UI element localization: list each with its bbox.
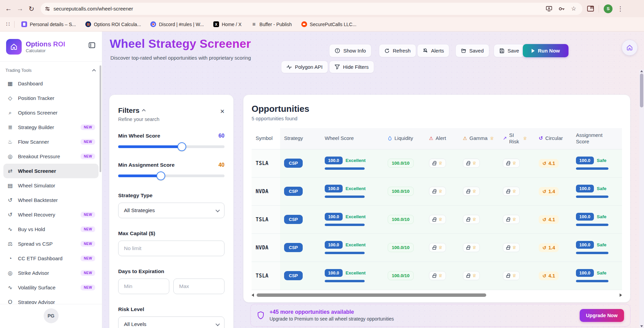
polygon-api-button[interactable]: Polygon API <box>281 61 328 73</box>
opportunities-title: Opportunities <box>252 104 622 114</box>
scroll-up-icon[interactable] <box>640 70 643 72</box>
sidebar-item-flow-scanner[interactable]: ♨ Flow Scanner NEW <box>3 135 99 149</box>
scrollbar-thumb[interactable] <box>640 74 643 107</box>
table-row[interactable]: TSLA CSP 100.0 Excellent 100.0/10 ♕ ♕ ♕ … <box>252 149 622 178</box>
si-risk-locked-pill[interactable]: ♕ <box>503 159 520 168</box>
bookmark-secureputcalls-llc[interactable]: SecurePutCalls LLC... <box>298 20 360 28</box>
sidebar-item-wheel-simulator[interactable]: ▤ Wheel Simulator <box>3 178 99 193</box>
alert-locked-pill[interactable]: ♕ <box>429 243 446 252</box>
side-panel-icon[interactable] <box>587 6 594 12</box>
apps-grid-icon[interactable]: ∷ <box>3 21 13 28</box>
sidebar-item-options-screener[interactable]: ⌕ Options Screener <box>3 105 99 120</box>
wheel-score-label: Excellent <box>346 186 366 191</box>
column-header-symbol[interactable]: Symbol <box>252 128 280 149</box>
column-header-assignment-score[interactable]: Assignment Score <box>572 128 623 149</box>
reload-button[interactable]: ↻ <box>26 5 37 13</box>
strategy-badge: CSP <box>284 271 303 280</box>
bookmark-personal-details-s[interactable]: Personal details – S... <box>18 20 79 28</box>
scrollbar-thumb[interactable] <box>257 293 486 297</box>
sidebar-scrollbar[interactable] <box>100 65 101 172</box>
table-row[interactable]: NVDA CSP 100.0 Excellent 100.0/10 ♕ ♕ ♕ … <box>252 234 622 262</box>
dte-min-input[interactable] <box>118 279 169 294</box>
bookmark-star-icon[interactable]: ☆ <box>571 5 576 12</box>
browser-menu-icon[interactable]: ⋮ <box>617 5 623 13</box>
back-button[interactable]: ← <box>3 5 14 13</box>
refresh-button[interactable]: Refresh <box>379 44 416 57</box>
alert-locked-pill[interactable]: ♕ <box>429 271 446 280</box>
si-risk-locked-pill[interactable]: ♕ <box>503 271 520 280</box>
scroll-left-icon[interactable] <box>252 293 254 297</box>
table-row[interactable]: TSLA CSP 100.0 Excellent 100.0/10 ♕ ♕ ♕ … <box>252 262 622 290</box>
install-icon[interactable] <box>546 6 552 12</box>
filters-collapse-icon[interactable] <box>142 109 146 113</box>
sidebar-item-wheel-screener[interactable]: ⇄ Wheel Screener <box>3 164 99 178</box>
sidebar-item-wheel-recovery[interactable]: ↺ Wheel Recovery NEW <box>3 207 99 222</box>
sidebar-item-dashboard[interactable]: ▦ Dashboard <box>3 76 99 91</box>
new-badge: NEW <box>81 255 95 261</box>
bookmark-buffer-publish[interactable]: ≡ Buffer - Publish <box>248 20 295 28</box>
min-assignment-score-thumb[interactable] <box>156 171 165 180</box>
column-header-si-risk[interactable]: ↗ SI Risk ♕ <box>499 128 535 149</box>
column-header-liquidity[interactable]: Liquidity <box>384 128 425 149</box>
column-header-circular[interactable]: ↺ Circular <box>535 128 572 149</box>
alert-locked-pill[interactable]: ♕ <box>429 215 446 224</box>
gamma-locked-pill[interactable]: ♕ <box>463 243 480 252</box>
user-avatar[interactable]: PG <box>44 308 59 323</box>
scroll-right-icon[interactable] <box>620 293 622 297</box>
vertical-scrollbar[interactable] <box>639 69 644 328</box>
run-now-button[interactable]: Run Now <box>523 44 568 57</box>
sidebar-item-spread-vs-csp[interactable]: ⚖ Spread vs CSP NEW <box>3 237 99 251</box>
url-bar[interactable]: secureputcalls.com/wheel-screener ☆ <box>41 3 582 15</box>
profile-avatar[interactable]: S <box>604 4 613 13</box>
alert-locked-pill[interactable]: ♕ <box>429 159 446 168</box>
sidebar-item-strategy-builder[interactable]: ≣ Strategy Builder NEW <box>3 120 99 135</box>
site-settings-icon[interactable] <box>45 6 50 12</box>
sidebar-item-buy-vs-hold[interactable]: ∿ Buy vs Hold NEW <box>3 222 99 237</box>
password-key-icon[interactable] <box>558 6 565 11</box>
home-button[interactable] <box>622 40 638 56</box>
si-risk-locked-pill[interactable]: ♕ <box>503 243 520 252</box>
max-capital-input[interactable] <box>118 241 224 256</box>
table-row[interactable]: TSLA CSP 100.0 Excellent 100.0/10 ♕ ♕ ♕ … <box>252 206 622 234</box>
risk-level-select[interactable]: All Levels <box>118 316 224 328</box>
sidebar-section-trading-tools[interactable]: Trading Tools <box>0 65 102 76</box>
strategy-type-select[interactable]: All Strategies <box>118 203 224 218</box>
alerts-button[interactable]: Alerts <box>417 44 449 57</box>
save-button[interactable]: Save <box>494 44 524 57</box>
column-header-strategy[interactable]: Strategy <box>280 128 321 149</box>
app-logo[interactable] <box>6 39 22 55</box>
forward-button[interactable]: → <box>14 5 26 13</box>
bookmark-discord-rules-w[interactable]: Discord | #rules | W... <box>147 20 207 28</box>
min-wheel-score-thumb[interactable] <box>177 142 186 151</box>
bookmark-home-x[interactable]: X Home / X <box>210 20 245 28</box>
min-assignment-score-slider[interactable] <box>118 171 224 180</box>
si-risk-locked-pill[interactable]: ♕ <box>503 215 520 224</box>
gamma-locked-pill[interactable]: ♕ <box>463 271 480 280</box>
gamma-locked-pill[interactable]: ♕ <box>463 159 480 168</box>
sidebar-collapse-icon[interactable] <box>89 42 95 48</box>
sidebar-item-cc-etf-dashboard[interactable]: ◔ CC ETF Dashboard NEW <box>3 251 99 266</box>
column-header-alert[interactable]: ⚠ Alert <box>425 128 459 149</box>
si-risk-locked-pill[interactable]: ♕ <box>503 187 520 196</box>
bookmark-options-roi-calcula[interactable]: Options ROI Calcula... <box>82 20 144 28</box>
show-info-button[interactable]: Show Info <box>329 44 371 57</box>
sidebar-item-position-tracker[interactable]: ◇ Position Tracker <box>3 91 99 105</box>
upgrade-now-button[interactable]: Upgrade Now <box>580 309 624 322</box>
column-header-wheel-score[interactable]: Wheel Score <box>321 128 384 149</box>
close-icon[interactable]: × <box>220 108 224 115</box>
min-wheel-score-slider[interactable] <box>118 142 224 151</box>
gamma-locked-pill[interactable]: ♕ <box>463 215 480 224</box>
sidebar-item-wheel-backtester[interactable]: ↺ Wheel Backtester <box>3 193 99 207</box>
gamma-locked-pill[interactable]: ♕ <box>463 187 480 196</box>
sidebar-item-breakout-pressure[interactable]: ◎ Breakout Pressure NEW <box>3 149 99 164</box>
sidebar-item-strike-advisor[interactable]: ◎ Strike Advisor NEW <box>3 266 99 280</box>
alert-locked-pill[interactable]: ♕ <box>429 187 446 196</box>
hide-filters-button[interactable]: Hide Filters <box>329 61 374 73</box>
dte-max-input[interactable] <box>173 279 224 294</box>
horizontal-scrollbar[interactable] <box>252 293 622 298</box>
saved-button[interactable]: Saved <box>455 44 489 57</box>
column-header-gamma[interactable]: ⚠ Gamma ♕ <box>459 128 499 149</box>
table-row[interactable]: NVDA CSP 100.0 Excellent 100.0/10 ♕ ♕ ♕ … <box>252 178 622 206</box>
sidebar-item-volatility-surface[interactable]: ∿ Volatility Surface NEW <box>3 280 99 295</box>
scroll-down-icon[interactable] <box>640 325 643 327</box>
